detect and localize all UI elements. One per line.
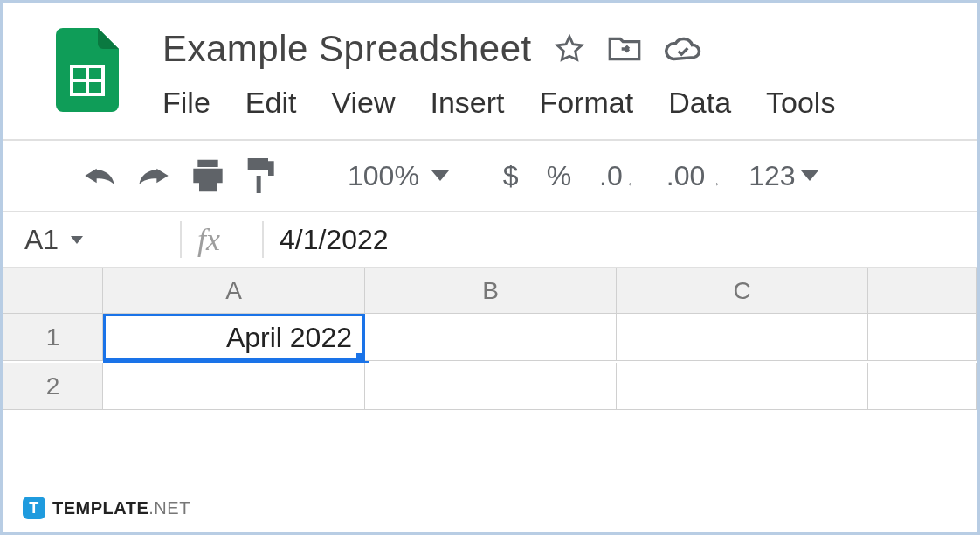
watermark-suffix: .NET [148,498,190,518]
divider [262,221,264,258]
num-format-label: 123 [749,160,795,192]
cell-d1[interactable] [868,314,977,361]
cell-c2[interactable] [617,363,868,410]
chevron-down-icon [431,170,449,181]
menu-format[interactable]: Format [540,86,634,120]
cell-c1[interactable] [617,314,868,361]
paint-format-icon[interactable] [245,158,274,193]
currency-format-button[interactable]: $ [503,160,519,192]
star-icon[interactable] [555,34,584,64]
cell-ref-text: A1 [24,224,59,256]
dec-more-label: .00 [666,160,705,192]
column-header-b[interactable]: B [365,268,617,314]
percent-format-button[interactable]: % [547,160,571,192]
divider [180,221,182,258]
decrease-decimal-button[interactable]: .0 ← [599,160,638,192]
cell-a2[interactable] [103,363,365,410]
move-folder-icon[interactable] [607,34,642,64]
number-format-dropdown[interactable]: 123 [749,160,818,192]
arrow-left-icon: ← [626,177,638,191]
cell-b2[interactable] [365,363,617,410]
dec-less-label: .0 [599,160,623,192]
menu-insert[interactable]: Insert [430,86,504,120]
row-header-2[interactable]: 2 [3,363,103,410]
cell-reference-dropdown[interactable]: A1 [24,224,164,256]
arrow-right-icon: → [708,177,721,191]
formula-input[interactable]: 4/1/2022 [280,224,389,256]
sheets-logo-icon[interactable] [56,28,119,112]
spreadsheet-grid: A B C 1 April 2022 2 [3,268,977,410]
undo-icon[interactable] [82,163,117,188]
column-header-c[interactable]: C [617,268,868,314]
cloud-saved-icon[interactable] [665,36,701,62]
redo-icon[interactable] [136,163,171,188]
zoom-dropdown[interactable]: 100% [348,160,449,192]
menu-tools[interactable]: Tools [766,86,835,120]
select-all-corner[interactable] [3,268,103,314]
watermark: T TEMPLATE.NET [23,497,190,519]
fx-label: fx [197,221,220,258]
print-icon[interactable] [190,159,225,192]
increase-decimal-button[interactable]: .00 → [666,160,721,192]
menu-edit[interactable]: Edit [245,86,297,120]
chevron-down-icon [71,236,83,244]
zoom-value: 100% [348,160,419,192]
menu-view[interactable]: View [331,86,395,120]
cell-d2[interactable] [868,363,977,410]
watermark-name: TEMPLATE [52,498,148,518]
chevron-down-icon [801,170,818,181]
template-badge-icon: T [23,497,45,519]
menu-file[interactable]: File [162,86,210,120]
column-header-extra[interactable] [868,268,977,314]
column-header-a[interactable]: A [103,268,365,314]
cell-a1[interactable]: April 2022 [103,314,365,363]
document-title[interactable]: Example Spreadsheet [162,28,532,70]
cell-b1[interactable] [365,314,617,361]
menu-data[interactable]: Data [668,86,731,120]
row-header-1[interactable]: 1 [3,314,103,361]
